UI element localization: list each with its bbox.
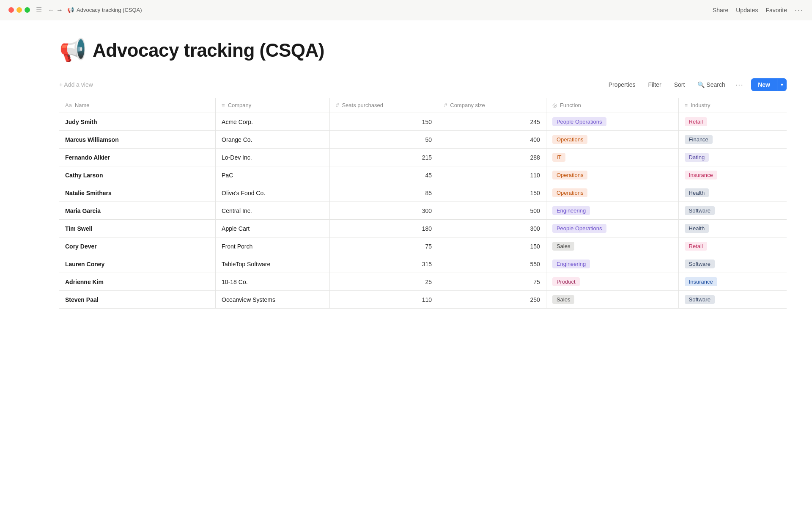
cell-name: Lauren Coney bbox=[59, 255, 216, 273]
function-tag[interactable]: People Operations bbox=[552, 224, 606, 233]
favorite-button[interactable]: Favorite bbox=[765, 7, 787, 14]
table-row[interactable]: Cory Dever Front Porch 75 150 Sales Reta… bbox=[59, 237, 787, 255]
function-tag[interactable]: IT bbox=[552, 153, 566, 162]
cell-size: 300 bbox=[438, 220, 546, 237]
industry-tag[interactable]: Retail bbox=[685, 242, 707, 251]
industry-tag[interactable]: Health bbox=[685, 188, 709, 197]
forward-arrow[interactable]: → bbox=[56, 6, 63, 14]
col-company[interactable]: ≡ Company bbox=[216, 98, 330, 113]
table-header-row: Aa Name ≡ Company # Seats purchase bbox=[59, 98, 787, 113]
number-icon-size: # bbox=[444, 102, 447, 108]
new-button-group: New ▾ bbox=[751, 78, 787, 91]
function-tag[interactable]: Engineering bbox=[552, 260, 590, 268]
titlebar: ☰ ← → 📢 Advocacy tracking (CSQA) Share U… bbox=[0, 0, 812, 20]
sort-button[interactable]: Sort bbox=[672, 80, 688, 90]
table-row[interactable]: Marcus Williamson Orange Co. 50 400 Oper… bbox=[59, 131, 787, 149]
share-button[interactable]: Share bbox=[713, 7, 728, 14]
filter-button[interactable]: Filter bbox=[646, 80, 664, 90]
function-tag[interactable]: Sales bbox=[552, 295, 575, 304]
cell-name: Cory Dever bbox=[59, 237, 216, 255]
cell-company: PaC bbox=[216, 166, 330, 184]
industry-tag[interactable]: Insurance bbox=[685, 171, 717, 179]
properties-button[interactable]: Properties bbox=[606, 80, 638, 90]
titlebar-title: 📢 Advocacy tracking (CSQA) bbox=[67, 7, 142, 13]
cell-company: Front Porch bbox=[216, 237, 330, 255]
industry-tag[interactable]: Insurance bbox=[685, 277, 717, 286]
cell-industry: Retail bbox=[678, 237, 787, 255]
cell-company: Acme Corp. bbox=[216, 113, 330, 131]
col-industry[interactable]: ≡ Industry bbox=[678, 98, 787, 113]
select-icon: ◎ bbox=[552, 102, 557, 108]
maximize-button[interactable] bbox=[25, 7, 30, 13]
cell-seats: 315 bbox=[330, 255, 438, 273]
page-title: Advocacy tracking (CSQA) bbox=[93, 40, 324, 61]
industry-tag[interactable]: Software bbox=[685, 295, 715, 304]
toolbar: + Add a view Properties Filter Sort 🔍Sea… bbox=[59, 78, 787, 91]
cell-name: Marcus Williamson bbox=[59, 131, 216, 149]
function-tag[interactable]: Engineering bbox=[552, 206, 590, 215]
cell-company: Central Inc. bbox=[216, 202, 330, 220]
cell-seats: 300 bbox=[330, 202, 438, 220]
function-tag[interactable]: Product bbox=[552, 277, 580, 286]
industry-tag[interactable]: Finance bbox=[685, 135, 713, 144]
table-row[interactable]: Steven Paal Oceanview Systems 110 250 Sa… bbox=[59, 291, 787, 309]
new-dropdown-arrow[interactable]: ▾ bbox=[777, 79, 787, 91]
table-row[interactable]: Lauren Coney TableTop Software 315 550 E… bbox=[59, 255, 787, 273]
cell-industry: Finance bbox=[678, 131, 787, 149]
col-size[interactable]: # Company size bbox=[438, 98, 546, 113]
data-table: Aa Name ≡ Company # Seats purchase bbox=[59, 98, 787, 309]
titlebar-emoji: 📢 bbox=[67, 7, 74, 13]
cell-name: Adrienne Kim bbox=[59, 273, 216, 291]
toolbar-right: Properties Filter Sort 🔍Search ··· New ▾ bbox=[606, 78, 787, 91]
col-function[interactable]: ◎ Function bbox=[546, 98, 678, 113]
cell-function: Operations bbox=[546, 131, 678, 149]
function-tag[interactable]: Operations bbox=[552, 188, 588, 197]
cell-size: 75 bbox=[438, 273, 546, 291]
table-row[interactable]: Natalie Smithers Olive's Food Co. 85 150… bbox=[59, 184, 787, 202]
titlebar-text: Advocacy tracking (CSQA) bbox=[77, 7, 142, 13]
industry-tag[interactable]: Health bbox=[685, 224, 709, 233]
cell-seats: 50 bbox=[330, 131, 438, 149]
col-seats[interactable]: # Seats purchased bbox=[330, 98, 438, 113]
number-icon-seats: # bbox=[336, 102, 339, 108]
cell-seats: 85 bbox=[330, 184, 438, 202]
table-row[interactable]: Cathy Larson PaC 45 110 Operations Insur… bbox=[59, 166, 787, 184]
col-name[interactable]: Aa Name bbox=[59, 98, 216, 113]
cell-name: Judy Smith bbox=[59, 113, 216, 131]
new-button[interactable]: New bbox=[751, 78, 777, 91]
table-row[interactable]: Maria Garcia Central Inc. 300 500 Engine… bbox=[59, 202, 787, 220]
minimize-button[interactable] bbox=[16, 7, 22, 13]
cell-industry: Dating bbox=[678, 149, 787, 166]
search-icon: 🔍 bbox=[697, 81, 705, 88]
hamburger-icon[interactable]: ☰ bbox=[34, 6, 44, 14]
industry-tag[interactable]: Software bbox=[685, 206, 715, 215]
function-tag[interactable]: Operations bbox=[552, 135, 588, 144]
back-arrow[interactable]: ← bbox=[48, 6, 55, 14]
cell-seats: 75 bbox=[330, 237, 438, 255]
function-tag[interactable]: People Operations bbox=[552, 117, 606, 126]
industry-tag[interactable]: Software bbox=[685, 260, 715, 268]
function-tag[interactable]: Operations bbox=[552, 171, 588, 179]
cell-industry: Retail bbox=[678, 113, 787, 131]
add-view-button[interactable]: + Add a view bbox=[59, 81, 93, 88]
cell-size: 400 bbox=[438, 131, 546, 149]
industry-tag[interactable]: Retail bbox=[685, 117, 707, 126]
toolbar-more-icon[interactable]: ··· bbox=[735, 80, 744, 89]
more-options-icon[interactable]: ··· bbox=[795, 6, 804, 14]
table-row[interactable]: Tim Swell Apple Cart 180 300 People Oper… bbox=[59, 220, 787, 237]
close-button[interactable] bbox=[8, 7, 14, 13]
table-row[interactable]: Adrienne Kim 10-18 Co. 25 75 Product Ins… bbox=[59, 273, 787, 291]
function-tag[interactable]: Sales bbox=[552, 242, 575, 251]
cell-name: Natalie Smithers bbox=[59, 184, 216, 202]
page-heading: 📢 Advocacy tracking (CSQA) bbox=[59, 37, 787, 63]
cell-function: Engineering bbox=[546, 202, 678, 220]
search-button[interactable]: 🔍Search bbox=[695, 80, 727, 90]
table-row[interactable]: Fernando Alkier Lo-Dev Inc. 215 288 IT D… bbox=[59, 149, 787, 166]
industry-tag[interactable]: Dating bbox=[685, 153, 709, 162]
cell-size: 500 bbox=[438, 202, 546, 220]
updates-button[interactable]: Updates bbox=[736, 7, 758, 14]
cell-company: TableTop Software bbox=[216, 255, 330, 273]
cell-function: People Operations bbox=[546, 113, 678, 131]
cell-function: Operations bbox=[546, 166, 678, 184]
table-row[interactable]: Judy Smith Acme Corp. 150 245 People Ope… bbox=[59, 113, 787, 131]
